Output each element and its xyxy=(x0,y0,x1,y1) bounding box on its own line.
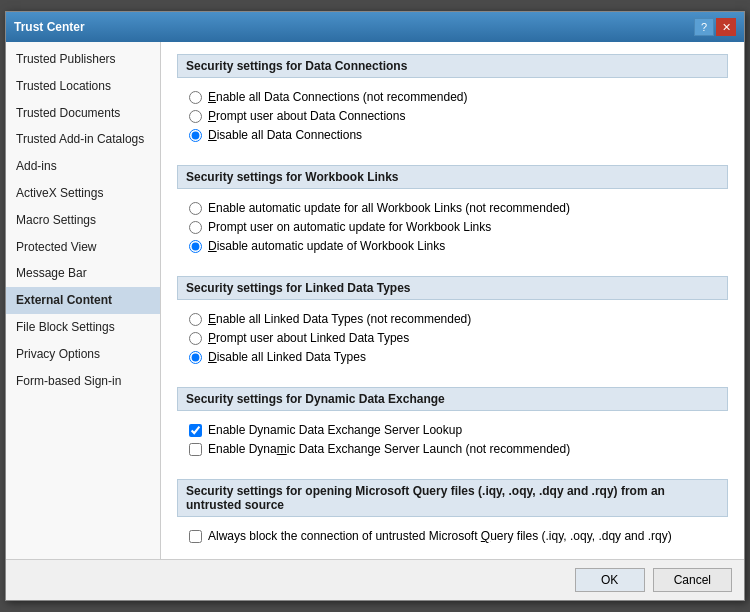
sidebar-item-form-based-signin[interactable]: Form-based Sign-in xyxy=(6,368,160,395)
dde-option-2[interactable]: Enable Dynamic Data Exchange Server Laun… xyxy=(189,442,716,456)
wl-option-1[interactable]: Enable automatic update for all Workbook… xyxy=(189,201,716,215)
title-bar-buttons: ? ✕ xyxy=(694,18,736,36)
dc-radio-3[interactable] xyxy=(189,129,202,142)
dde-label-2: Enable Dynamic Data Exchange Server Laun… xyxy=(208,442,570,456)
sidebar-item-activex-settings[interactable]: ActiveX Settings xyxy=(6,180,160,207)
sidebar-item-protected-view[interactable]: Protected View xyxy=(6,234,160,261)
close-button[interactable]: ✕ xyxy=(716,18,736,36)
wl-radio-3[interactable] xyxy=(189,240,202,253)
dde-options: Enable Dynamic Data Exchange Server Look… xyxy=(177,419,728,469)
mq-options: Always block the connection of untrusted… xyxy=(177,525,728,556)
sidebar-item-privacy-options[interactable]: Privacy Options xyxy=(6,341,160,368)
ld-option-3[interactable]: Disable all Linked Data Types xyxy=(189,350,716,364)
sidebar: Trusted PublishersTrusted LocationsTrust… xyxy=(6,42,161,559)
dialog-title: Trust Center xyxy=(14,20,85,34)
dc-option-3[interactable]: Disable all Data Connections xyxy=(189,128,716,142)
dialog-footer: OK Cancel xyxy=(6,559,744,600)
title-bar: Trust Center ? ✕ xyxy=(6,12,744,42)
dde-checkbox-1[interactable] xyxy=(189,424,202,437)
ld-radio-2[interactable] xyxy=(189,332,202,345)
wl-option-2[interactable]: Prompt user on automatic update for Work… xyxy=(189,220,716,234)
dc-label-1: Enable all Data Connections (not recomme… xyxy=(208,90,468,104)
data-connections-header: Security settings for Data Connections xyxy=(177,54,728,78)
ld-radio-1[interactable] xyxy=(189,313,202,326)
dc-label-2: Prompt user about Data Connections xyxy=(208,109,405,123)
trust-center-dialog: Trust Center ? ✕ Trusted PublishersTrust… xyxy=(5,11,745,601)
mq-label-1: Always block the connection of untrusted… xyxy=(208,529,672,543)
dde-checkbox-2[interactable] xyxy=(189,443,202,456)
linked-data-types-options: Enable all Linked Data Types (not recomm… xyxy=(177,308,728,377)
sidebar-item-trusted-publishers[interactable]: Trusted Publishers xyxy=(6,46,160,73)
sidebar-item-external-content[interactable]: External Content xyxy=(6,287,160,314)
linked-data-types-header: Security settings for Linked Data Types xyxy=(177,276,728,300)
dde-header: Security settings for Dynamic Data Excha… xyxy=(177,387,728,411)
ld-option-2[interactable]: Prompt user about Linked Data Types xyxy=(189,331,716,345)
ld-label-3: Disable all Linked Data Types xyxy=(208,350,366,364)
sidebar-item-message-bar[interactable]: Message Bar xyxy=(6,260,160,287)
sidebar-item-trusted-documents[interactable]: Trusted Documents xyxy=(6,100,160,127)
ld-option-1[interactable]: Enable all Linked Data Types (not recomm… xyxy=(189,312,716,326)
mq-header: Security settings for opening Microsoft … xyxy=(177,479,728,517)
wl-label-3: Disable automatic update of Workbook Lin… xyxy=(208,239,445,253)
wl-label-2: Prompt user on automatic update for Work… xyxy=(208,220,491,234)
data-connections-options: Enable all Data Connections (not recomme… xyxy=(177,86,728,155)
wl-radio-2[interactable] xyxy=(189,221,202,234)
wl-radio-1[interactable] xyxy=(189,202,202,215)
sidebar-item-macro-settings[interactable]: Macro Settings xyxy=(6,207,160,234)
ld-radio-3[interactable] xyxy=(189,351,202,364)
cancel-button[interactable]: Cancel xyxy=(653,568,732,592)
dde-option-1[interactable]: Enable Dynamic Data Exchange Server Look… xyxy=(189,423,716,437)
dc-option-2[interactable]: Prompt user about Data Connections xyxy=(189,109,716,123)
dc-label-3: Disable all Data Connections xyxy=(208,128,362,142)
dc-option-1[interactable]: Enable all Data Connections (not recomme… xyxy=(189,90,716,104)
dc-radio-1[interactable] xyxy=(189,91,202,104)
wl-label-1: Enable automatic update for all Workbook… xyxy=(208,201,570,215)
ok-button[interactable]: OK xyxy=(575,568,645,592)
sidebar-item-add-ins[interactable]: Add-ins xyxy=(6,153,160,180)
workbook-links-options: Enable automatic update for all Workbook… xyxy=(177,197,728,266)
main-content: Security settings for Data Connections E… xyxy=(161,42,744,559)
dc-radio-2[interactable] xyxy=(189,110,202,123)
wl-option-3[interactable]: Disable automatic update of Workbook Lin… xyxy=(189,239,716,253)
dde-label-1: Enable Dynamic Data Exchange Server Look… xyxy=(208,423,462,437)
ld-label-1: Enable all Linked Data Types (not recomm… xyxy=(208,312,471,326)
ld-label-2: Prompt user about Linked Data Types xyxy=(208,331,409,345)
sidebar-item-file-block-settings[interactable]: File Block Settings xyxy=(6,314,160,341)
help-button[interactable]: ? xyxy=(694,18,714,36)
dialog-body: Trusted PublishersTrusted LocationsTrust… xyxy=(6,42,744,559)
sidebar-item-trusted-locations[interactable]: Trusted Locations xyxy=(6,73,160,100)
mq-checkbox-1[interactable] xyxy=(189,530,202,543)
sidebar-item-trusted-catalogs[interactable]: Trusted Add-in Catalogs xyxy=(6,126,160,153)
mq-option-1[interactable]: Always block the connection of untrusted… xyxy=(189,529,716,543)
workbook-links-header: Security settings for Workbook Links xyxy=(177,165,728,189)
